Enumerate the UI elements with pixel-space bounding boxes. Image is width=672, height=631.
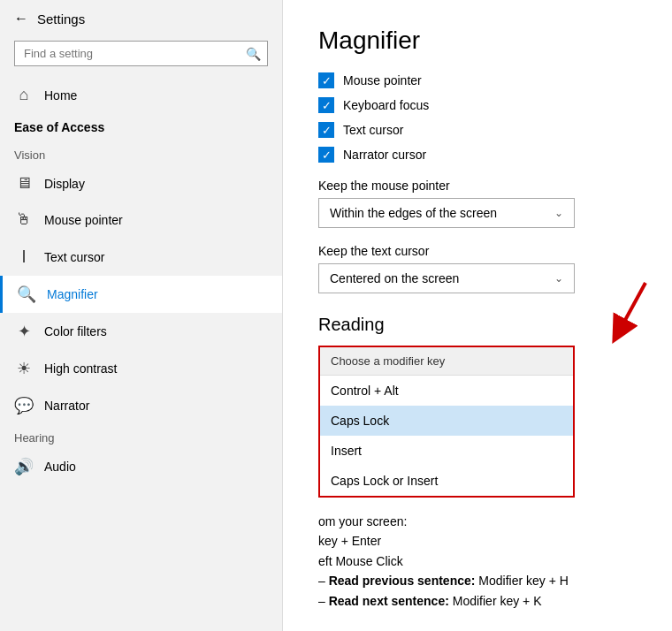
search-icon: 🔍: [246, 47, 261, 61]
checkmark-icon: ✓: [322, 149, 332, 161]
reading-line-prev: – Read previous sentence: Modifier key +…: [318, 571, 637, 590]
checkbox-narrator-cursor: ✓ Narrator cursor: [318, 147, 637, 163]
sidebar-item-color-filters[interactable]: ✦ Color filters: [0, 313, 282, 350]
page-title: Magnifier: [318, 27, 637, 55]
option-insert[interactable]: Insert: [320, 436, 573, 466]
checkbox-text-cursor: ✓ Text cursor: [318, 122, 637, 138]
keep-mouse-arrow-icon: ⌄: [554, 207, 563, 219]
hearing-section-label: Hearing: [0, 424, 282, 448]
sidebar-item-display[interactable]: 🖥 Display: [0, 165, 282, 201]
color-filters-label: Color filters: [44, 324, 107, 338]
checkbox-mouse-pointer: ✓ Mouse pointer: [318, 72, 637, 88]
magnifier-icon: 🔍: [17, 285, 36, 304]
checkmark-icon: ✓: [322, 75, 332, 87]
search-input[interactable]: [14, 41, 268, 66]
reading-line-extra-3: eft Mouse Click: [318, 551, 637, 571]
keep-mouse-dropdown[interactable]: Within the edges of the screen ⌄: [318, 198, 575, 228]
home-nav-item[interactable]: ⌂ Home: [0, 77, 282, 113]
checkbox-mouse-pointer-label: Mouse pointer: [343, 73, 422, 87]
reading-line-next: – Read next sentence: Modifier key + K: [318, 591, 637, 611]
mouse-pointer-icon: 🖱: [14, 210, 34, 229]
checkbox-keyboard-focus: ✓ Keyboard focus: [318, 97, 637, 113]
vision-section-label: Vision: [0, 141, 282, 165]
home-icon: ⌂: [14, 86, 34, 104]
keep-text-label: Keep the text cursor: [318, 244, 637, 258]
checkbox-mouse-pointer-box[interactable]: ✓: [318, 72, 334, 88]
search-container: 🔍: [14, 41, 268, 66]
sidebar-item-text-cursor[interactable]: I Text cursor: [0, 238, 282, 276]
option-caps-lock-insert[interactable]: Caps Lock or Insert: [320, 466, 573, 496]
option-ctrl-alt[interactable]: Control + Alt: [320, 376, 573, 406]
checkbox-text-cursor-box[interactable]: ✓: [318, 122, 334, 138]
red-arrow-indicator: [601, 274, 654, 345]
checkmark-icon: ✓: [322, 100, 332, 111]
high-contrast-icon: ☀: [14, 359, 34, 378]
text-cursor-label: Text cursor: [44, 250, 104, 264]
sidebar-title: Settings: [37, 11, 85, 27]
checkmark-icon: ✓: [322, 125, 332, 136]
sidebar-item-magnifier[interactable]: 🔍 Magnifier: [0, 276, 282, 313]
main-content: Magnifier ✓ Mouse pointer ✓ Keyboard foc…: [283, 0, 672, 631]
audio-label: Audio: [44, 460, 76, 474]
narrator-label: Narrator: [44, 399, 89, 413]
option-caps-lock[interactable]: Caps Lock: [320, 406, 573, 436]
reading-section-title: Reading: [318, 315, 637, 335]
reading-line-extra-1: om your screen:: [318, 512, 637, 531]
checkbox-narrator-cursor-box[interactable]: ✓: [318, 147, 334, 163]
mouse-pointer-label: Mouse pointer: [44, 213, 123, 227]
keep-text-arrow-icon: ⌄: [554, 272, 563, 285]
home-label: Home: [44, 88, 77, 103]
text-cursor-icon: I: [14, 247, 34, 267]
color-filters-icon: ✦: [14, 322, 34, 341]
sidebar-item-narrator[interactable]: 💬 Narrator: [0, 387, 282, 424]
choose-modifier-header: Choose a modifier key: [320, 347, 573, 376]
audio-icon: 🔊: [14, 457, 34, 476]
keep-text-value: Centered on the screen: [330, 271, 459, 285]
modifier-dropdown-container: Choose a modifier key Control + Alt Caps…: [318, 346, 575, 498]
reading-line-extra-2: key + Enter: [318, 531, 637, 551]
checkbox-keyboard-focus-label: Keyboard focus: [343, 98, 429, 112]
sidebar: ← Settings 🔍 ⌂ Home Ease of Access Visio…: [0, 0, 283, 631]
modifier-key-area: Choose a modifier key Control + Alt Caps…: [318, 346, 637, 498]
narrator-icon: 💬: [14, 396, 34, 415]
reading-lines: om your screen: key + Enter eft Mouse Cl…: [318, 512, 637, 611]
keep-mouse-label: Keep the mouse pointer: [318, 179, 637, 193]
sidebar-item-mouse-pointer[interactable]: 🖱 Mouse pointer: [0, 201, 282, 238]
high-contrast-label: High contrast: [44, 361, 117, 376]
display-icon: 🖥: [14, 174, 34, 193]
sidebar-item-audio[interactable]: 🔊 Audio: [0, 448, 282, 485]
sidebar-item-high-contrast[interactable]: ☀ High contrast: [0, 350, 282, 387]
checkbox-narrator-cursor-label: Narrator cursor: [343, 148, 426, 162]
keep-mouse-value: Within the edges of the screen: [330, 206, 497, 220]
svg-line-0: [619, 283, 645, 331]
magnifier-label: Magnifier: [47, 287, 98, 301]
checkbox-keyboard-focus-box[interactable]: ✓: [318, 97, 334, 113]
keep-text-dropdown[interactable]: Centered on the screen ⌄: [318, 263, 575, 293]
display-label: Display: [44, 177, 85, 191]
sidebar-header: ← Settings: [0, 0, 282, 37]
checkbox-text-cursor-label: Text cursor: [343, 123, 403, 137]
ease-of-access-label: Ease of Access: [0, 113, 282, 141]
back-button[interactable]: ←: [14, 11, 28, 27]
